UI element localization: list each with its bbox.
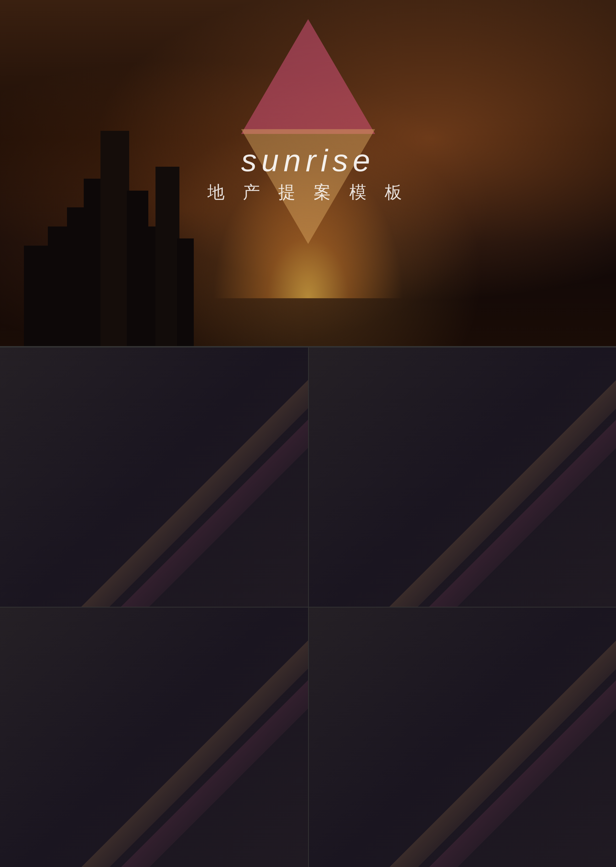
- slide-content-bg: [0, 347, 308, 607]
- slide-kaizhong: 开宗明义 [文本推导] 当所有人 都在裸奔的时候 是该把衣服一件件穿回来的 时候…: [0, 608, 308, 867]
- building-8: [48, 226, 69, 346]
- slide-content: Content Title1 Month Title2: [0, 347, 308, 607]
- building-1: [84, 179, 103, 346]
- hero-title-english: sunrise: [207, 143, 409, 178]
- building-3: [127, 191, 148, 346]
- hero-triangle-pink: [241, 19, 375, 134]
- slide-hero: sunrise 地 产 提 案 模 板: [0, 0, 616, 347]
- building-6: [67, 207, 86, 346]
- building-5: [156, 167, 179, 346]
- building-2: [101, 131, 129, 346]
- slides-row-2: 开宗明义 [文本推导] 当所有人 都在裸奔的时候 是该把衣服一件件穿回来的 时候…: [0, 607, 616, 867]
- building-9: [24, 246, 50, 346]
- hero-text-block: sunrise 地 产 提 案 模 板: [207, 143, 409, 204]
- building-7: [177, 239, 194, 346]
- slide-xuyan-bg: [309, 608, 616, 867]
- slide-one-bg: [309, 347, 616, 607]
- slide-one: One Title Here S u b i t l e h e r e: [308, 347, 616, 607]
- slides-row-1: Content Title1 Month Title2: [0, 347, 616, 607]
- slide-xuyan: 序言 [文本推导] 好的产品，应该收获好的价格及速度 不断提高客户的心理价位，应…: [308, 608, 616, 867]
- slide-kaizhong-bg: [0, 608, 308, 867]
- hero-title-chinese: 地 产 提 案 模 板: [207, 181, 409, 204]
